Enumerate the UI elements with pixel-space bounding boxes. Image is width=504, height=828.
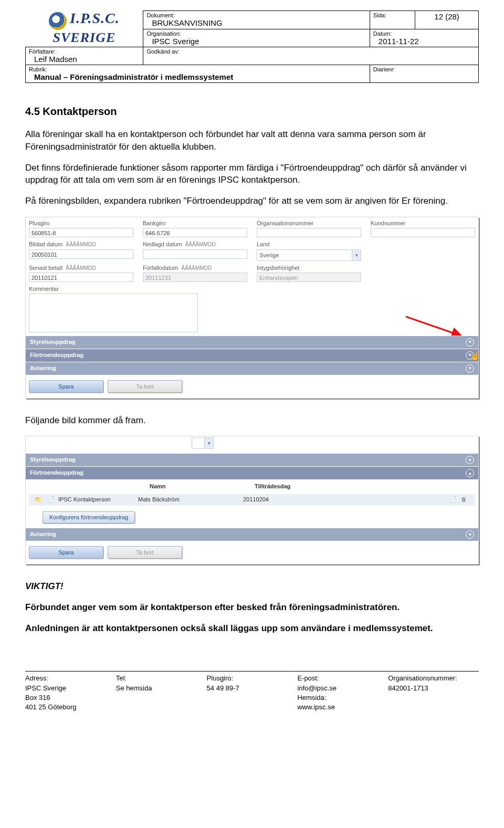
folder-icon: 📁 [33, 496, 44, 504]
foot-adress-2: Box 316 [25, 693, 116, 703]
input-bildad[interactable]: 20050101 [29, 249, 133, 259]
row-date: 20110204 [243, 496, 327, 504]
p2: Det finns fördefinierade funktioner såso… [25, 162, 479, 187]
section-heading: 4.5 Kontaktperson [25, 104, 479, 119]
section-bar-avisering-2[interactable]: Avisering▾ [26, 528, 478, 541]
label-rubrik: Rubrik: [29, 66, 366, 72]
val-datum: 2011-11-22 [373, 37, 475, 46]
lbl-kundnr: Kundnummer [371, 219, 475, 227]
delete-button-2[interactable]: Ta bort [108, 546, 182, 559]
section-bar-styrelse[interactable]: Styrelseuppdrag▾ [26, 336, 478, 349]
foot-epost: info@ipsc.se [297, 684, 388, 693]
p6: Anledningen är att kontaktpersonen också… [25, 622, 479, 635]
viktigt-heading: VIKTIGT! [25, 580, 479, 593]
p4: Följande bild kommer då fram. [25, 414, 479, 427]
input-kundnr[interactable] [371, 228, 475, 237]
p5: Förbundet anger vem som är kontaktperson… [25, 601, 479, 614]
input-forfallo: 20111231 [143, 272, 247, 282]
lbl-bankgiro: Bankgiro [143, 219, 247, 227]
edit-icon[interactable]: 📄 [449, 496, 457, 504]
input-plusgiro[interactable]: 560851-8 [29, 228, 133, 237]
foot-orgnr-label: Organisationsnummer: [388, 674, 479, 683]
foot-adress-3: 401 25 Göteborg [25, 703, 116, 712]
cursor-hand-icon: ☝ [470, 350, 480, 362]
lbl-intyg: Intygsbehörighet [257, 264, 361, 272]
lbl-bildad: Bildad datum [29, 241, 62, 247]
expand-icon: ▾ [466, 456, 474, 464]
screenshot-form-1: Plusgiro 560851-8 Bankgiro 646-5728 Orga… [25, 217, 479, 399]
textarea-kommentar[interactable] [29, 294, 198, 332]
page-footer: Adress: IPSC Sverige Box 316 401 25 Göte… [25, 671, 479, 712]
table-header: Namn Tillträdesdag [29, 479, 475, 494]
logo-sub: SVERIGE [29, 30, 140, 46]
chevron-down-icon [204, 438, 213, 448]
label-diarienr: Diarienr: [373, 66, 475, 72]
save-button[interactable]: Spara [29, 380, 103, 393]
chevron-down-icon [352, 250, 361, 260]
hint-nedlagd: ÅÅÅÅMMDD [185, 242, 216, 247]
hint-bildad: ÅÅÅÅMMDD [66, 242, 96, 247]
lbl-orgnr: Organisationsnummer [257, 219, 361, 227]
label-forfattare: Författare: [29, 48, 140, 55]
val-rubrik: Manual – Föreningsadministratör i medlem… [29, 72, 366, 81]
expand-icon: ▾ [466, 338, 474, 347]
label-datum: Datum: [373, 30, 475, 37]
lbl-plusgiro: Plusgiro [29, 219, 133, 227]
lbl-forfallo: Förfallodatum [143, 265, 178, 271]
delete-button[interactable]: Ta bort [108, 380, 182, 393]
bar-label-styrelse: Styrelseuppdrag [30, 338, 76, 346]
label-sida: Sida: [373, 12, 412, 18]
hint-senast: ÅÅÅÅMMDD [66, 265, 96, 271]
input-intyg: Enhandsvapen [257, 272, 361, 282]
expand-icon: ▾ [466, 364, 474, 373]
section-bar-fortroende[interactable]: Förtroendeuppdrag▾ ☝ [26, 349, 478, 362]
foot-adress-label: Adress: [25, 674, 116, 683]
select-land[interactable]: Sverige [257, 249, 361, 261]
small-select[interactable] [192, 437, 214, 449]
col-till: Tillträdesdag [255, 483, 339, 490]
section-bar-styrelse-2[interactable]: Styrelseuppdrag▾ [26, 453, 478, 466]
lbl-kommentar: Kommentar [29, 286, 59, 292]
page: I.P.S.C. SVERIGE Dokument: BRUKSANVISNIN… [0, 0, 504, 733]
section-bar-fortroende-2[interactable]: Förtroendeuppdrag▴ [26, 466, 478, 479]
bar-label-avisering: Avisering [30, 364, 56, 372]
select-land-value: Sverige [257, 250, 352, 260]
p1: Alla föreningar skall ha en kontaktperso… [25, 128, 479, 153]
body: 4.5 Kontaktperson Alla föreningar skall … [25, 104, 479, 634]
col-namn: Namn [150, 483, 255, 490]
input-nedlagd[interactable] [143, 249, 247, 259]
hint-forfallo: ÅÅÅÅMMDD [181, 265, 212, 271]
foot-tel-label: Tel: [116, 674, 207, 683]
section-bar-avisering[interactable]: Avisering▾ [26, 362, 478, 375]
bar-label-fortroende: Förtroendeuppdrag [30, 351, 83, 359]
foot-hemsida: www.ipsc.se [297, 703, 388, 712]
p3: På föreningsbilden, expandera rubriken "… [25, 195, 479, 207]
val-organisation: IPSC Sverige [146, 37, 366, 46]
lbl-nedlagd: Nedlagd datum [143, 241, 182, 247]
foot-adress-1: IPSC Sverige [25, 684, 116, 693]
bar-label-styrelse-2: Styrelseuppdrag [30, 456, 76, 464]
val-sida: 12 (28) [418, 12, 475, 21]
input-senast[interactable]: 20110121 [29, 272, 133, 282]
screenshot-form-2: Styrelseuppdrag▾ Förtroendeuppdrag▴ Namn… [25, 436, 479, 564]
input-bankgiro[interactable]: 646-5728 [143, 228, 247, 237]
document-icon: 📄 [46, 496, 56, 504]
table-row[interactable]: 📁 📄 IPSC Kontaktperson Mats Bäckström 20… [29, 494, 475, 506]
lbl-senast: Senast betalt [29, 265, 62, 271]
document-header: I.P.S.C. SVERIGE Dokument: BRUKSANVISNIN… [25, 11, 479, 83]
bar-label-avisering-2: Avisering [30, 530, 56, 538]
save-button-2[interactable]: Spara [29, 546, 103, 559]
input-orgnr[interactable] [257, 228, 361, 237]
configure-button[interactable]: Konfigurera förtroendeuppdrag [43, 511, 135, 523]
foot-plusgiro-label: Plusgiro: [207, 674, 298, 683]
expand-icon: ▾ [466, 530, 474, 539]
collapse-icon: ▴ [466, 469, 474, 477]
foot-plusgiro: 54 49 89-7 [207, 684, 298, 693]
foot-hemsida-label: Hemsida: [297, 693, 388, 703]
logo: I.P.S.C. SVERIGE [26, 11, 143, 47]
shield-icon [49, 12, 67, 30]
trash-icon[interactable]: 🗑 [461, 496, 467, 504]
lbl-land: Land [257, 240, 361, 248]
row-role: IPSC Kontaktperson [58, 496, 111, 504]
foot-epost-label: E-post: [297, 674, 388, 683]
